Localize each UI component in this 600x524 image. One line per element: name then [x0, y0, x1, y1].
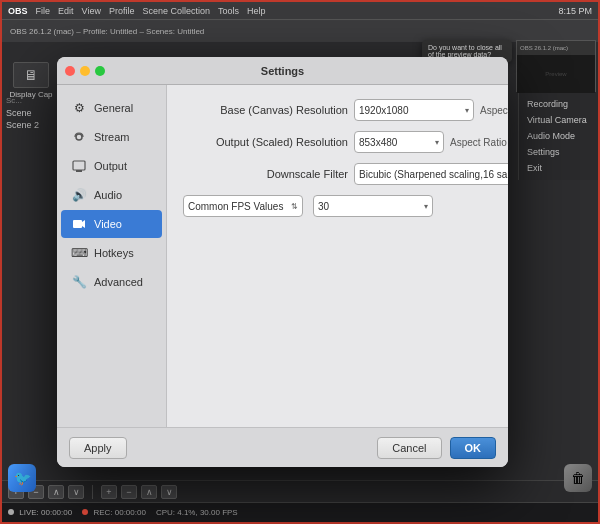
advanced-icon: 🔧 — [71, 274, 87, 290]
scene-item-1[interactable]: Scene — [6, 108, 32, 118]
sidebar-label-stream: Stream — [94, 131, 129, 143]
menu-item-edit[interactable]: Edit — [58, 6, 74, 16]
obs-status-bar: LIVE: 00:00:00 REC: 00:00:00 CPU: 4.1%, … — [2, 502, 598, 522]
audio-icon: 🔊 — [71, 187, 87, 203]
menu-item-view[interactable]: View — [82, 6, 101, 16]
settings-sidebar: ⚙ General Stream — [57, 85, 167, 427]
sidebar-label-general: General — [94, 102, 133, 114]
fps-type-arrow: ⇅ — [291, 202, 298, 211]
sidebar-item-video[interactable]: Video — [61, 210, 162, 238]
sidebar-item-hotkeys[interactable]: ⌨ Hotkeys — [61, 239, 162, 267]
toolbar-down-source[interactable]: ∨ — [161, 485, 177, 499]
obs-title: OBS 26.1.2 (mac) – Profile: Untitled – S… — [6, 27, 208, 36]
dock-icon-right[interactable]: 🗑 — [564, 464, 592, 492]
obs-preview-content: Preview — [517, 55, 595, 93]
ok-button[interactable]: OK — [450, 437, 497, 459]
cpu-indicator: CPU: 4.1%, 30.00 FPS — [156, 508, 238, 517]
fps-value-select[interactable]: 30 ▾ — [313, 195, 433, 217]
toolbar-up-scene[interactable]: ∧ — [48, 485, 64, 499]
obs-bottom-toolbar: + − ∧ ∨ + − ∧ ∨ — [2, 480, 598, 502]
apply-button[interactable]: Apply — [69, 437, 127, 459]
obs-preview-title: OBS 26.1.2 (mac) — [520, 45, 568, 51]
menu-item-obs[interactable]: OBS — [8, 6, 28, 16]
downscale-label: Downscale Filter — [183, 168, 348, 180]
downscale-row: Downscale Filter Bicubic (Sharpened scal… — [183, 163, 492, 185]
sidebar-item-general[interactable]: ⚙ General — [61, 94, 162, 122]
output-scaled-select[interactable]: 853x480 ▾ — [354, 131, 444, 153]
sidebar-item-stream[interactable]: Stream — [61, 123, 162, 151]
output-icon — [71, 158, 87, 174]
fps-value-arrow: ▾ — [424, 202, 428, 211]
base-canvas-label: Base (Canvas) Resolution — [183, 104, 348, 116]
fps-row: Common FPS Values ⇅ 30 ▾ — [183, 195, 492, 217]
keyboard-icon: ⌨ — [71, 245, 87, 261]
display-capture-item[interactable]: 🖥 Display Cap — [6, 62, 56, 99]
sidebar-label-video: Video — [94, 218, 122, 230]
downscale-value: Bicubic (Sharpened scaling,16 samples) — [359, 169, 508, 180]
fps-type-select[interactable]: Common FPS Values ⇅ — [183, 195, 303, 217]
menubar: OBS File Edit View Profile Scene Collect… — [2, 2, 598, 20]
svg-marker-4 — [82, 220, 85, 228]
right-panel-settings[interactable]: Settings — [519, 144, 598, 160]
settings-footer: Apply Cancel OK — [57, 427, 508, 467]
obs-preview-window: OBS 26.1.2 (mac) Preview — [516, 40, 596, 92]
menu-item-file[interactable]: File — [36, 6, 51, 16]
menubar-time: 8:15 PM — [558, 6, 592, 16]
output-scaled-arrow: ▾ — [435, 138, 439, 147]
scene-item-2[interactable]: Scene 2 — [6, 120, 39, 130]
footer-left: Apply — [69, 437, 369, 459]
menu-item-tools[interactable]: Tools — [218, 6, 239, 16]
toolbar-remove-source[interactable]: − — [121, 485, 137, 499]
menu-item-scene-collection[interactable]: Scene Collection — [142, 6, 210, 16]
right-panel-recording[interactable]: Recording — [519, 96, 598, 112]
fps-value: 30 — [318, 201, 329, 212]
scenes-label: Sc... — [6, 96, 22, 105]
dock-icon-left[interactable]: 🐦 — [8, 464, 36, 492]
right-panel-exit[interactable]: Exit — [519, 160, 598, 176]
display-capture-icon: 🖥 — [13, 62, 49, 88]
output-aspect-ratio: Aspect Ratio 853:480 — [450, 137, 508, 148]
base-canvas-arrow: ▾ — [465, 106, 469, 115]
sidebar-item-output[interactable]: Output — [61, 152, 162, 180]
svg-rect-3 — [73, 220, 82, 228]
sidebar-item-advanced[interactable]: 🔧 Advanced — [61, 268, 162, 296]
right-panel-audio-mode[interactable]: Audio Mode — [519, 128, 598, 144]
video-icon — [71, 216, 87, 232]
toolbar-add-source[interactable]: + — [101, 485, 117, 499]
base-canvas-value: 1920x1080 — [359, 105, 409, 116]
base-canvas-row: Base (Canvas) Resolution 1920x1080 ▾ Asp… — [183, 99, 492, 121]
right-panel-virtual-camera[interactable]: Virtual Camera — [519, 112, 598, 128]
svg-rect-2 — [76, 170, 82, 172]
base-aspect-ratio: Aspect Ratio 16:9 — [480, 105, 508, 116]
close-button[interactable] — [65, 66, 75, 76]
svg-rect-1 — [73, 161, 85, 170]
output-scaled-value: 853x480 — [359, 137, 397, 148]
settings-body: ⚙ General Stream — [57, 85, 508, 427]
settings-title: Settings — [261, 65, 304, 77]
maximize-button[interactable] — [95, 66, 105, 76]
rec-indicator: REC: 00:00:00 — [82, 508, 146, 517]
desktop: OBS File Edit View Profile Scene Collect… — [0, 0, 600, 524]
downscale-select[interactable]: Bicubic (Sharpened scaling,16 samples) ▾ — [354, 163, 508, 185]
settings-content: Base (Canvas) Resolution 1920x1080 ▾ Asp… — [167, 85, 508, 427]
menu-item-profile[interactable]: Profile — [109, 6, 135, 16]
gear-icon: ⚙ — [71, 100, 87, 116]
obs-preview-bar: OBS 26.1.2 (mac) — [517, 41, 595, 55]
toolbar-up-source[interactable]: ∧ — [141, 485, 157, 499]
output-scaled-label: Output (Scaled) Resolution — [183, 136, 348, 148]
settings-dialog: Settings ⚙ General — [57, 57, 508, 467]
minimize-button[interactable] — [80, 66, 90, 76]
sidebar-label-hotkeys: Hotkeys — [94, 247, 134, 259]
base-canvas-select[interactable]: 1920x1080 ▾ — [354, 99, 474, 121]
live-indicator: LIVE: 00:00:00 — [8, 508, 72, 517]
toolbar-down-scene[interactable]: ∨ — [68, 485, 84, 499]
settings-titlebar: Settings — [57, 57, 508, 85]
sidebar-label-advanced: Advanced — [94, 276, 143, 288]
traffic-lights — [65, 66, 105, 76]
cancel-button[interactable]: Cancel — [377, 437, 441, 459]
sidebar-item-audio[interactable]: 🔊 Audio — [61, 181, 162, 209]
menu-item-help[interactable]: Help — [247, 6, 266, 16]
obs-toolbar: OBS 26.1.2 (mac) – Profile: Untitled – S… — [2, 20, 598, 42]
stream-icon — [71, 129, 87, 145]
notification-text: Do you want to close all of the preview … — [428, 44, 502, 58]
